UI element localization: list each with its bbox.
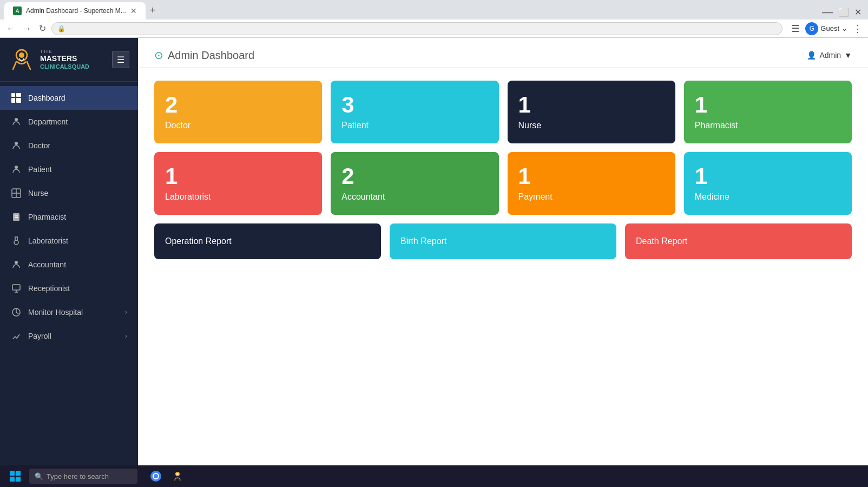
card-patient[interactable]: 3 Patient (331, 81, 498, 143)
card-doctor[interactable]: 2 Doctor (154, 81, 322, 143)
logo-area: THE MASTERS CLINICALSQUAD (9, 47, 89, 73)
card-nurse-number: 1 (518, 94, 665, 116)
card-payment[interactable]: 1 Payment (508, 152, 675, 215)
sidebar-item-receptionist[interactable]: Receptionist (0, 277, 138, 300)
browser-tabs: A Admin Dashboard - Supertech M... ✕ + —… (0, 0, 868, 19)
patient-icon (11, 164, 22, 175)
sidebar-label-patient: Patient (28, 165, 127, 174)
sidebar-header: THE MASTERS CLINICALSQUAD ☰ (0, 38, 138, 82)
admin-menu-button[interactable]: 👤 Admin ▼ (807, 51, 852, 60)
card-laboratorist-number: 1 (165, 165, 311, 188)
browser-actions: ☰ G Guest ⌄ ⋮ (790, 22, 864, 36)
taskbar-search[interactable]: 🔍 Type here to search (29, 469, 137, 484)
guest-profile-button[interactable]: G Guest ⌄ (805, 22, 847, 35)
back-button[interactable]: ← (4, 23, 17, 35)
admin-chevron: ▼ (844, 51, 852, 60)
admin-label: Admin (819, 51, 841, 60)
svg-point-19 (15, 261, 18, 264)
svg-rect-2 (11, 93, 15, 97)
sidebar-label-monitor-hospital: Monitor Hospital (28, 308, 119, 317)
secure-icon: 🔒 (57, 25, 65, 32)
death-report-button[interactable]: Death Report (625, 223, 852, 259)
sidebar-item-monitor-hospital[interactable]: Monitor Hospital › (0, 300, 138, 324)
svg-point-15 (14, 240, 18, 245)
pharmacist-icon (11, 212, 22, 222)
svg-rect-27 (16, 477, 21, 482)
close-window-button[interactable]: ✕ (852, 6, 864, 18)
birth-report-button[interactable]: Birth Report (390, 223, 616, 259)
guest-label: Guest (820, 24, 839, 32)
new-tab-button[interactable]: + (146, 2, 160, 19)
sidebar-label-receptionist: Receptionist (28, 284, 127, 293)
card-patient-number: 3 (341, 94, 488, 116)
forward-button[interactable]: → (21, 23, 34, 35)
svg-point-1 (19, 52, 24, 58)
payroll-chevron: › (125, 332, 127, 340)
sidebar-item-pharmacist[interactable]: Pharmacist (0, 205, 138, 229)
sidebar-label-payroll: Payroll (28, 332, 119, 340)
svg-rect-25 (16, 471, 21, 476)
sidebar-item-patient[interactable]: Patient (0, 157, 138, 181)
card-pharmacist[interactable]: 1 Pharmacist (684, 81, 852, 143)
monitor-hospital-chevron: › (125, 308, 127, 316)
chrome-icon (149, 470, 162, 483)
sidebar-item-dashboard[interactable]: Dashboard (0, 86, 138, 110)
sidebar-item-department[interactable]: Department (0, 110, 138, 134)
svg-rect-26 (10, 477, 15, 482)
sidebar-item-payroll[interactable]: Payroll › (0, 324, 138, 348)
taskbar-search-text: Type here to search (47, 472, 109, 481)
taskbar-chrome-icon[interactable] (146, 466, 166, 486)
svg-rect-3 (16, 93, 21, 97)
receptionist-icon (11, 283, 22, 294)
menu-toggle-button[interactable]: ☰ (112, 51, 129, 68)
nurse-icon (11, 188, 22, 199)
taskbar-icons (146, 466, 187, 486)
sidebar-label-doctor: Doctor (28, 141, 127, 150)
sidebar: THE MASTERS CLINICALSQUAD ☰ Dashboard De… (0, 38, 138, 465)
windows-icon (10, 471, 21, 482)
maximize-button[interactable]: ⬜ (836, 6, 851, 18)
refresh-button[interactable]: ↻ (37, 22, 48, 35)
card-medicine[interactable]: 1 Medicine (684, 152, 852, 215)
bookmarks-button[interactable]: ☰ (790, 22, 801, 36)
card-laboratorist[interactable]: 1 Laboratorist (154, 152, 322, 215)
card-doctor-number: 2 (165, 94, 311, 116)
monitor-hospital-icon (11, 307, 22, 318)
taskbar-app-icon[interactable] (168, 466, 187, 486)
card-accountant[interactable]: 2 Accountant (331, 152, 498, 215)
active-tab[interactable]: A Admin Dashboard - Supertech M... ✕ (4, 2, 146, 19)
card-nurse-label: Nurse (518, 121, 665, 130)
admin-person-icon: 👤 (807, 51, 816, 60)
card-laboratorist-label: Laboratorist (165, 192, 311, 202)
tab-close-button[interactable]: ✕ (130, 6, 137, 15)
sidebar-item-doctor[interactable]: Doctor (0, 134, 138, 157)
svg-rect-4 (11, 98, 15, 103)
logo-icon (9, 47, 35, 73)
browser-toolbar: ← → ↻ 🔒 ☰ G Guest ⌄ ⋮ (0, 19, 868, 38)
stat-cards-row2: 1 Laboratorist 2 Accountant 1 Payment 1 … (154, 152, 852, 215)
card-pharmacist-number: 1 (695, 94, 841, 116)
sidebar-label-nurse: Nurse (28, 189, 127, 198)
address-bar[interactable]: 🔒 (51, 22, 782, 35)
svg-rect-24 (10, 471, 15, 476)
card-accountant-number: 2 (341, 165, 488, 188)
more-options-button[interactable]: ⋮ (852, 22, 864, 36)
sidebar-item-laboratorist[interactable]: Laboratorist (0, 229, 138, 253)
page-title-area: ⊙ Admin Dashboard (154, 49, 254, 62)
dashboard-body: 2 Doctor 3 Patient 1 Nurse 1 Pharmacist (138, 68, 868, 281)
svg-point-7 (15, 142, 18, 145)
svg-point-8 (15, 166, 18, 169)
stat-cards-row1: 2 Doctor 3 Patient 1 Nurse 1 Pharmacist (154, 81, 852, 143)
card-medicine-label: Medicine (695, 192, 841, 202)
sidebar-item-nurse[interactable]: Nurse (0, 181, 138, 205)
guest-avatar: G (805, 22, 818, 35)
sidebar-item-accountant[interactable]: Accountant (0, 253, 138, 277)
start-button[interactable] (5, 466, 25, 486)
card-nurse[interactable]: 1 Nurse (508, 81, 675, 143)
svg-rect-5 (16, 98, 21, 103)
card-doctor-label: Doctor (165, 121, 311, 130)
main-header: ⊙ Admin Dashboard 👤 Admin ▼ (138, 38, 868, 68)
operation-report-button[interactable]: Operation Report (154, 223, 381, 259)
minimize-button[interactable]: — (820, 5, 835, 19)
logo-text: THE MASTERS CLINICALSQUAD (40, 49, 89, 71)
